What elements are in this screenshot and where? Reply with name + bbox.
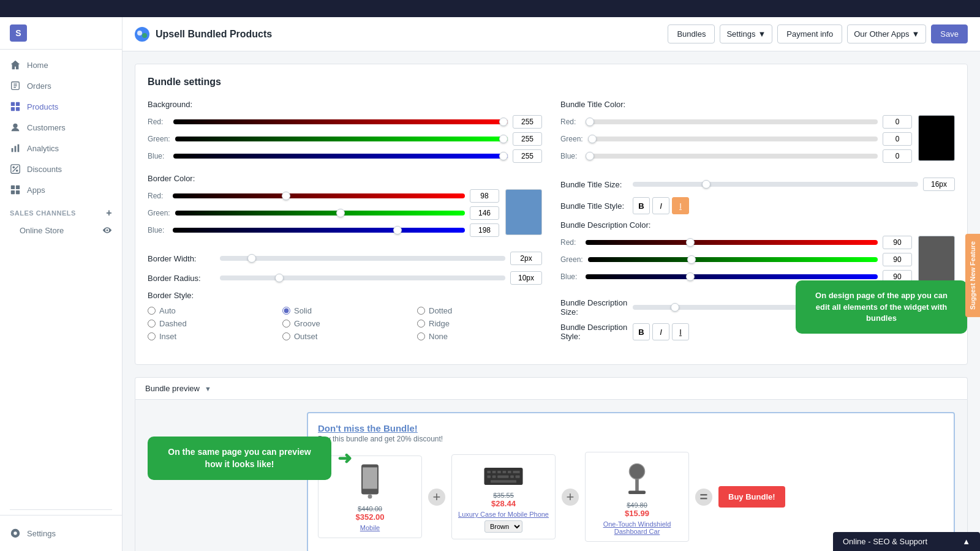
- sidebar-item-analytics[interactable]: Analytics: [0, 138, 122, 159]
- analytics-icon: [10, 143, 21, 154]
- desc-italic-button[interactable]: I: [652, 323, 669, 340]
- tc-blue-slider[interactable]: [586, 154, 878, 159]
- radio-outset-input[interactable]: [282, 332, 290, 340]
- radio-dashed-input[interactable]: [148, 320, 156, 328]
- dc-red-slider[interactable]: [586, 240, 878, 245]
- desc-bold-button[interactable]: B: [633, 323, 650, 340]
- tc-red-label: Red:: [560, 118, 581, 126]
- sidebar-item-online-store[interactable]: Online Store: [0, 221, 122, 239]
- product-2-name[interactable]: Luxury Case for Mobile Phone: [458, 511, 549, 518]
- radio-groove[interactable]: Groove: [282, 319, 407, 328]
- bg-green-slider[interactable]: [175, 137, 508, 141]
- radio-dotted[interactable]: Dotted: [417, 306, 542, 315]
- border-radius-slider[interactable]: [220, 276, 505, 280]
- radio-groove-input[interactable]: [282, 320, 290, 328]
- bc-green-input[interactable]: [470, 206, 499, 220]
- bg-red-input[interactable]: [513, 115, 542, 129]
- radio-solid-input[interactable]: [282, 307, 290, 315]
- bc-red-input[interactable]: [470, 189, 499, 203]
- radio-inset-input[interactable]: [148, 332, 156, 340]
- sidebar-products-label: Products: [27, 102, 58, 111]
- bundle-preview-chevron-icon[interactable]: ▼: [205, 385, 211, 392]
- bundle-widget-subtitle: Buy this bundle and get 20% discount!: [318, 435, 944, 443]
- sidebar-item-settings[interactable]: Settings: [10, 523, 112, 544]
- title-size-input[interactable]: [923, 178, 955, 191]
- border-style-options: Auto Solid Dotted Dashed Groove Ridge In…: [148, 306, 542, 341]
- sidebar-item-home[interactable]: Home: [0, 54, 122, 75]
- top-bar: [0, 0, 980, 17]
- border-width-input[interactable]: [510, 252, 542, 265]
- product-1-name[interactable]: Mobile: [360, 524, 380, 531]
- product-2-select[interactable]: Brown Black White: [484, 520, 522, 533]
- dc-green-input[interactable]: [883, 253, 912, 266]
- bg-blue-input[interactable]: [513, 149, 542, 163]
- dc-red-row: Red:: [560, 236, 912, 249]
- bg-green-input[interactable]: [513, 132, 542, 146]
- radio-outset[interactable]: Outset: [282, 332, 407, 341]
- suggest-feature-tab[interactable]: Suggest New Feature: [965, 234, 980, 317]
- payment-info-button[interactable]: Payment info: [777, 24, 842, 43]
- products-icon: [10, 101, 21, 112]
- tc-green-slider[interactable]: [588, 137, 878, 141]
- other-apps-button[interactable]: Our Other Apps ▼: [847, 24, 926, 43]
- radio-ridge[interactable]: Ridge: [417, 319, 542, 328]
- svg-point-12: [13, 167, 15, 169]
- desc-size-label: Bundle Description Size:: [560, 298, 628, 317]
- add-sales-channel-icon[interactable]: +: [106, 208, 112, 219]
- save-button[interactable]: Save: [931, 24, 968, 43]
- desc-underline-button[interactable]: I: [672, 323, 689, 340]
- tc-red-slider[interactable]: [586, 119, 878, 124]
- radio-solid[interactable]: Solid: [282, 306, 407, 315]
- radio-auto[interactable]: Auto: [148, 306, 273, 315]
- svg-point-8: [13, 124, 17, 128]
- left-tooltip-text: On the same page you can preview how it …: [168, 447, 311, 469]
- tc-blue-input[interactable]: [883, 149, 912, 163]
- dc-green-slider[interactable]: [588, 257, 878, 262]
- product-3-name[interactable]: One-Touch Windshield Dashboard Car: [592, 520, 682, 535]
- settings-right: Bundle Title Color: Red: Gree: [560, 100, 955, 352]
- radio-auto-input[interactable]: [148, 307, 156, 315]
- online-store-label: Online Store: [20, 226, 64, 235]
- bc-green-slider[interactable]: [175, 211, 465, 216]
- title-underline-button[interactable]: I: [672, 197, 689, 214]
- bc-red-slider[interactable]: [173, 193, 465, 198]
- border-style-group: Border Style: Auto Solid Dotted Dashed G…: [148, 291, 542, 341]
- dc-blue-slider[interactable]: [586, 274, 878, 279]
- title-italic-button[interactable]: I: [652, 197, 669, 214]
- title-color-swatch: [918, 115, 955, 161]
- support-bar[interactable]: Online - SEO & Support ▲: [833, 532, 980, 551]
- radio-ridge-input[interactable]: [417, 320, 425, 328]
- buy-bundle-button[interactable]: Buy Bundle!: [718, 486, 785, 508]
- sidebar-item-discounts[interactable]: Discounts: [0, 159, 122, 179]
- bg-blue-slider[interactable]: [173, 154, 508, 159]
- radio-none[interactable]: None: [417, 332, 542, 341]
- sidebar-item-customers[interactable]: Customers: [0, 117, 122, 138]
- border-radius-input[interactable]: [510, 271, 542, 285]
- product-2-new-price: $28.44: [491, 499, 516, 508]
- sidebar-discounts-label: Discounts: [27, 165, 62, 174]
- tc-green-input[interactable]: [883, 132, 912, 146]
- sidebar-item-apps[interactable]: Apps: [0, 179, 122, 200]
- radio-inset[interactable]: Inset: [148, 332, 273, 341]
- title-size-slider[interactable]: [633, 182, 918, 187]
- bundles-button[interactable]: Bundles: [668, 24, 715, 43]
- sidebar-item-orders[interactable]: Orders: [0, 75, 122, 96]
- bc-blue-input[interactable]: [470, 223, 499, 237]
- bg-green-row: Green:: [148, 132, 542, 146]
- bg-red-slider[interactable]: [173, 119, 508, 124]
- sidebar-item-products[interactable]: Products: [0, 96, 122, 117]
- app-header-left: Upsell Bundled Products: [135, 27, 272, 42]
- title-bold-button[interactable]: B: [633, 197, 650, 214]
- bc-blue-slider[interactable]: [173, 228, 465, 233]
- tc-red-input[interactable]: [883, 115, 912, 129]
- settings-title: Bundle settings: [148, 77, 955, 88]
- product-3-old-price: $49.80: [627, 501, 647, 509]
- radio-none-input[interactable]: [417, 332, 425, 340]
- dc-red-input[interactable]: [883, 236, 912, 249]
- settings-button[interactable]: Settings ▼: [720, 24, 772, 43]
- border-width-slider[interactable]: [220, 256, 505, 261]
- bc-red-label: Red:: [148, 192, 168, 200]
- radio-dashed[interactable]: Dashed: [148, 319, 273, 328]
- other-apps-chevron-icon: ▼: [911, 29, 919, 39]
- radio-dotted-input[interactable]: [417, 307, 425, 315]
